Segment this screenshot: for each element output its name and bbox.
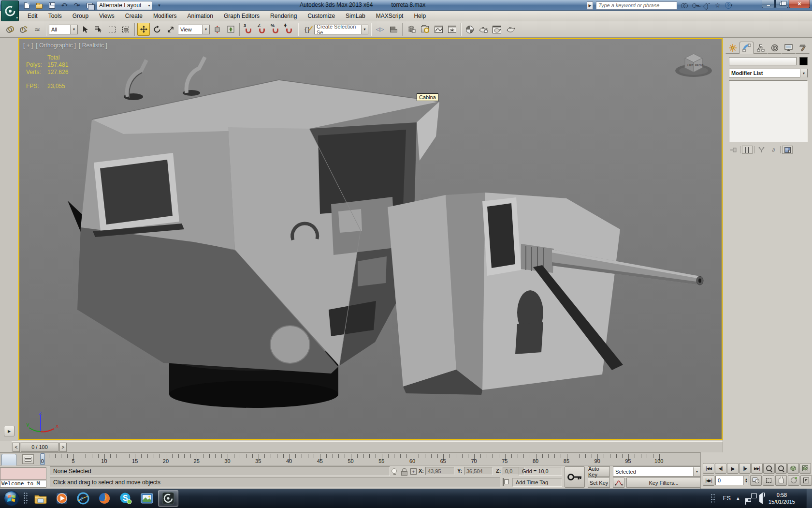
select-and-link-icon[interactable] <box>4 23 16 36</box>
select-object-icon[interactable] <box>79 23 91 36</box>
layer-manager-icon[interactable] <box>405 23 418 36</box>
search-input[interactable] <box>598 2 675 8</box>
hidden-icons-chevron[interactable]: ▲ <box>737 496 740 501</box>
tab-utilities[interactable] <box>796 42 810 54</box>
taskbar-3dsmax-icon[interactable] <box>158 490 178 507</box>
taskbar-clock[interactable]: 0:58 15/01/2015 <box>768 492 795 505</box>
modifier-stack-list[interactable] <box>729 80 808 142</box>
mirror-icon[interactable]: ◁▷ <box>374 23 386 36</box>
help-icon[interactable]: ?▾ <box>725 1 733 10</box>
auto-key-button[interactable]: Auto Key <box>588 466 610 477</box>
maximize-button[interactable] <box>775 0 788 8</box>
graphite-ribbon-toggle-icon[interactable] <box>419 23 431 36</box>
undo-button[interactable]: ↶▾ <box>59 1 70 10</box>
zoom-extents-icon[interactable] <box>787 463 799 474</box>
language-indicator[interactable]: ES <box>723 495 731 502</box>
key-mode-toggle-button[interactable]: |◀▶| <box>703 475 714 486</box>
new-scene-button[interactable] <box>21 1 32 10</box>
coord-x-field[interactable]: 43,95 <box>425 467 454 475</box>
application-menu-button[interactable]: ▾ <box>1 0 19 21</box>
minimize-button[interactable] <box>762 0 775 8</box>
snaps-toggle-icon[interactable]: 3 <box>242 23 255 36</box>
zoom-all-icon[interactable] <box>775 463 787 474</box>
modifier-list-dropdown[interactable]: Modifier List ▾ <box>729 69 808 77</box>
remove-modifier-icon[interactable]: ∂ <box>768 146 779 154</box>
track-bar[interactable]: 0510152025303540455055606570758085909510… <box>0 452 700 465</box>
next-frame-button[interactable]: ||▶ <box>739 463 751 474</box>
subscription-key-icon[interactable] <box>691 1 699 10</box>
taskbar-skype-icon[interactable]: S <box>116 490 136 507</box>
communication-center-icon[interactable] <box>702 1 710 10</box>
taskbar-explorer-icon[interactable] <box>30 490 51 507</box>
viewport-layout-tab-arrow[interactable]: ▶ <box>4 426 14 436</box>
select-and-rotate-icon[interactable] <box>151 23 163 36</box>
menu-item[interactable]: Group <box>67 12 94 20</box>
menu-item[interactable]: Tools <box>43 12 67 20</box>
project-folder-button[interactable] <box>84 1 95 10</box>
set-keys-button[interactable] <box>565 466 585 488</box>
volume-icon[interactable] <box>757 495 763 502</box>
align-icon[interactable] <box>387 23 400 36</box>
viewport-canvas[interactable]: [ + ] [ Orthographic ] [ Realistic ] Tot… <box>18 38 723 440</box>
tab-motion[interactable] <box>768 42 782 54</box>
workspace-selector[interactable]: Alternate Layout ▾ <box>97 1 152 10</box>
menu-item[interactable]: Views <box>94 12 120 20</box>
percent-snap-toggle-icon[interactable]: % <box>269 23 282 36</box>
key-filters-button[interactable]: Key Filters... <box>626 478 701 488</box>
toolbar-options-button[interactable]: ▾ <box>154 1 165 10</box>
previous-frame-arrow[interactable]: < <box>13 443 20 452</box>
menu-item[interactable]: Customize <box>302 12 340 20</box>
reference-coordinate-system-dropdown[interactable]: View ▾ <box>178 25 210 34</box>
default-in-out-tangents-icon[interactable] <box>613 478 624 488</box>
start-button[interactable] <box>2 489 21 508</box>
menu-item[interactable]: SimLab <box>340 12 371 20</box>
taskbar-photo-viewer-icon[interactable] <box>137 490 157 507</box>
time-configuration-icon[interactable] <box>750 475 762 486</box>
infocenter-expand-icon[interactable]: ▶ <box>587 1 593 10</box>
previous-frame-button[interactable]: ◀|| <box>715 463 726 474</box>
menu-item[interactable]: Rendering <box>265 12 302 20</box>
pin-stack-icon[interactable] <box>728 146 739 154</box>
time-slider-handle[interactable]: 0 / 100 <box>21 443 58 452</box>
selection-filter-dropdown[interactable]: All ▾ <box>49 25 78 34</box>
key-mode-dropdown[interactable]: Selected ▾ <box>613 466 701 477</box>
unlink-selection-icon[interactable] <box>17 23 30 36</box>
menu-item[interactable]: Help <box>408 12 431 20</box>
search-icon[interactable] <box>680 1 688 10</box>
rendered-frame-window-icon[interactable] <box>491 23 503 36</box>
orbit-icon[interactable] <box>788 475 799 486</box>
favorites-star-icon[interactable]: ☆ <box>713 1 722 10</box>
field-of-view-region-icon[interactable] <box>763 475 774 486</box>
material-editor-icon[interactable] <box>464 23 476 36</box>
zoom-icon[interactable] <box>763 463 775 474</box>
show-desktop-button[interactable] <box>807 489 812 508</box>
window-crossing-toggle-icon[interactable] <box>119 23 132 36</box>
go-to-start-button[interactable]: |◀◀ <box>703 463 714 474</box>
isolate-selection-toggle-icon[interactable] <box>392 468 397 475</box>
set-key-button[interactable]: Set Key <box>588 478 610 488</box>
tab-display[interactable] <box>782 42 796 54</box>
tab-modify[interactable] <box>740 42 754 54</box>
taskbar-internet-explorer-icon[interactable]: e <box>73 490 93 507</box>
save-file-button[interactable] <box>46 1 57 10</box>
rectangular-selection-region-icon[interactable] <box>106 23 118 36</box>
menu-item[interactable]: Modifiers <box>148 12 182 20</box>
edit-named-selection-sets-icon[interactable]: { } <box>301 23 313 36</box>
select-by-name-icon[interactable] <box>92 23 105 36</box>
search-box[interactable] <box>596 1 677 10</box>
schematic-view-icon[interactable] <box>446 23 458 36</box>
zoom-extents-all-icon[interactable] <box>799 463 811 474</box>
configure-modifier-sets-icon[interactable] <box>782 146 793 154</box>
viewcube[interactable]: LEFT FRONT <box>673 48 714 78</box>
open-file-button[interactable] <box>34 1 44 10</box>
maximize-viewport-toggle-icon[interactable] <box>800 475 812 486</box>
pan-hand-icon[interactable] <box>775 475 787 486</box>
taskbar-firefox-icon[interactable] <box>94 490 115 507</box>
menu-item[interactable]: Create <box>120 12 148 20</box>
render-production-icon[interactable] <box>504 23 517 36</box>
viewport-general-menu[interactable]: [ + ] <box>23 42 33 49</box>
select-and-scale-icon[interactable] <box>164 23 177 36</box>
redo-button[interactable]: ↷▾ <box>72 1 82 10</box>
selection-lock-toggle-icon[interactable] <box>401 468 407 475</box>
menu-item[interactable]: Graph Editors <box>218 12 265 20</box>
